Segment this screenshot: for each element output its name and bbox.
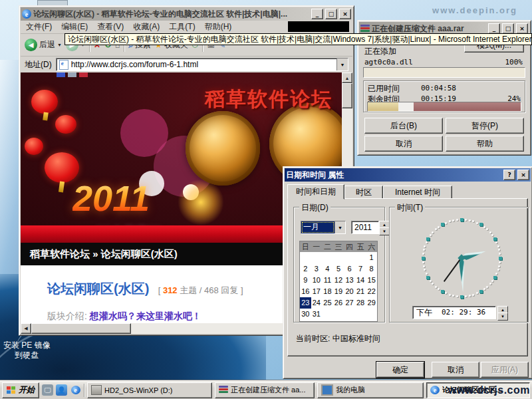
calendar-day[interactable]: 1 [366, 252, 377, 263]
clock-tick [469, 295, 471, 297]
clock-tick [452, 219, 454, 221]
calendar-day[interactable]: 11 [322, 275, 333, 286]
menu-favorites[interactable]: 收藏(A) [133, 21, 160, 33]
clock-tick [460, 218, 464, 221]
horizontal-scroll-thumb[interactable] [31, 323, 131, 334]
ie-throbber [288, 21, 349, 32]
year-input[interactable]: 2011 [351, 221, 379, 234]
address-input[interactable]: http://www.dcrjs.com/forum-6-1.html ▼ [56, 58, 348, 71]
calendar-day[interactable]: 3 [311, 263, 323, 275]
datetime-title: 日期和时间 属性 [286, 170, 501, 181]
tab-time-and-date[interactable]: 时间和日期 [287, 184, 344, 200]
calendar-day[interactable]: 6 [344, 263, 355, 275]
address-dropdown-button[interactable]: ▼ [336, 59, 348, 70]
calendar-day[interactable]: 30 [300, 309, 311, 320]
calendar-day[interactable]: 5 [333, 263, 344, 275]
clock-tick [489, 231, 491, 233]
clock-tick [465, 295, 467, 297]
task-my-computer[interactable]: 我的电脑 [317, 382, 424, 398]
help-button[interactable]: ? [503, 170, 515, 180]
chevron-down-icon[interactable]: ▼ [334, 221, 345, 233]
calendar-day[interactable]: 22 [366, 286, 377, 297]
close-button[interactable]: × [516, 23, 528, 34]
close-button[interactable]: × [339, 9, 351, 19]
datetime-titlebar[interactable]: 日期和时间 属性 ? × [285, 168, 531, 182]
mini-image [68, 72, 76, 77]
maximize-button[interactable]: □ [325, 9, 337, 19]
month-dropdown[interactable]: 一月 ▼ [301, 221, 346, 234]
close-button[interactable]: × [517, 170, 529, 180]
clock-tick [495, 273, 497, 275]
calendar-day[interactable]: 2 [300, 263, 311, 275]
time-group-label: 时间(T) [395, 202, 425, 213]
menu-file[interactable]: 文件(F) [26, 21, 52, 33]
back-button[interactable]: ◀ 后退 ▼ [25, 39, 62, 51]
task-winrar[interactable]: 正在创建压缩文件 aa... [215, 382, 315, 398]
calendar-day[interactable]: 15 [366, 275, 377, 286]
calendar-day[interactable]: 25 [322, 297, 333, 309]
start-button[interactable]: 开始 [2, 382, 39, 398]
menu-view[interactable]: 查看(V) [97, 21, 124, 33]
time-down-button[interactable]: ▼ [497, 313, 508, 321]
calendar-day[interactable]: 8 [366, 263, 377, 275]
calendar-day[interactable]: 26 [333, 297, 344, 309]
ok-button[interactable]: 确定 [376, 362, 424, 378]
maximize-button[interactable]: □ [502, 23, 514, 34]
calendar-day[interactable]: 27 [344, 297, 355, 309]
calendar-day[interactable]: 17 [311, 286, 323, 297]
tab-timezone[interactable]: 时区 [344, 186, 383, 199]
ie-quicklaunch-icon[interactable]: e [70, 384, 81, 396]
year-down-button[interactable]: ▼ [379, 227, 390, 235]
back-label: 后退 [39, 39, 55, 51]
task-hd2-os-winxp[interactable]: HD2_OS-WinXP (D:) [87, 382, 212, 398]
clock-tick [493, 237, 497, 241]
weekday-label: 二 [322, 241, 333, 252]
forum-name-link[interactable]: 论坛闲聊区(水区) [47, 281, 149, 296]
menu-help[interactable]: 帮助(H) [205, 21, 232, 33]
calendar-day [322, 252, 333, 263]
scroll-up-button[interactable]: ▲ [342, 72, 352, 83]
time-input[interactable]: 下午 02: 29: 36 [412, 306, 496, 319]
pause-button[interactable]: 暂停(P) [446, 118, 524, 134]
calendar-day[interactable]: 18 [322, 286, 333, 297]
calendar-day[interactable]: 24 [311, 297, 323, 309]
calendar-day[interactable]: 14 [355, 275, 366, 286]
menu-edit[interactable]: 编辑(E) [61, 21, 88, 33]
clock-tick [424, 269, 426, 271]
calendar-day[interactable]: 16 [300, 286, 311, 297]
calendar-day[interactable]: 29 [366, 297, 377, 309]
clock-tick [456, 219, 458, 221]
calendar-day[interactable]: 19 [333, 286, 344, 297]
clock-tick [499, 257, 502, 260]
menu-tools[interactable]: 工具(T) [169, 21, 195, 33]
calendar-day[interactable]: 20 [344, 286, 355, 297]
tab-internet-time[interactable]: Internet 时间 [383, 186, 452, 199]
calendar-day[interactable]: 31 [311, 309, 323, 320]
clock-tick [435, 228, 437, 230]
scroll-left-button[interactable]: ◀ [21, 323, 31, 334]
calendar-day[interactable]: 23 [300, 297, 311, 309]
messenger-icon[interactable]: 👤 [56, 384, 67, 396]
pe-shortcut-label[interactable]: 安装 PE 镜像 到硬盘 [3, 340, 51, 360]
calendar-day[interactable]: 13 [344, 275, 355, 286]
back-dropdown-icon[interactable]: ▼ [57, 43, 62, 47]
calendar-day[interactable]: 9 [300, 275, 311, 286]
background-button[interactable]: 后台(B) [364, 118, 443, 134]
calendar-day[interactable]: 28 [355, 297, 366, 309]
cancel-button[interactable]: 取消 [432, 362, 479, 378]
calendar-day[interactable]: 12 [333, 275, 344, 286]
minimize-button[interactable]: _ [311, 9, 323, 19]
dcrjs-watermark: www.dcrjs.com [448, 384, 530, 396]
show-desktop-icon[interactable]: 🖵 [42, 384, 53, 396]
cancel-button[interactable]: 取消 [364, 136, 443, 152]
calendar-day[interactable]: 10 [311, 275, 323, 286]
thread-count: 312 [163, 285, 178, 295]
calendar-day[interactable]: 21 [355, 286, 366, 297]
help-button[interactable]: 帮助 [446, 136, 524, 152]
total-progress-remaining [414, 102, 521, 111]
minimize-button[interactable]: _ [488, 23, 500, 34]
ie-titlebar[interactable]: e 论坛闲聊区(水区) - 稻草软件论坛-专业的电脑交流社区 软件|技术|电脑|… [21, 7, 352, 21]
calendar-day[interactable]: 4 [322, 263, 333, 275]
calendar-day[interactable]: 7 [355, 263, 366, 275]
vertical-scroll-thumb[interactable] [342, 83, 352, 108]
